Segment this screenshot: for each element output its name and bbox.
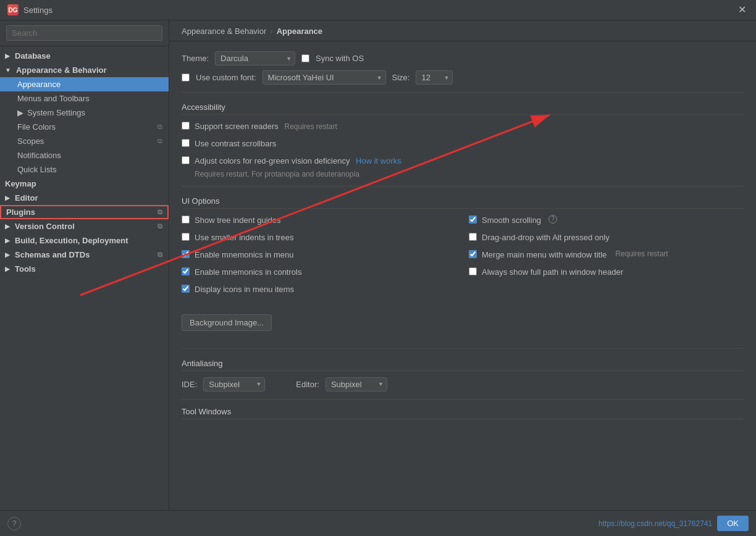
font-size-label: Size: (392, 73, 410, 82)
editor-antialiasing-select[interactable]: Subpixel Greyscale None (326, 377, 387, 392)
custom-font-label: Use custom font: (196, 73, 256, 82)
custom-font-checkbox[interactable] (182, 73, 190, 82)
drag-drop-alt-checkbox[interactable] (469, 233, 477, 241)
use-smaller-indents-checkbox[interactable] (182, 233, 190, 241)
adjust-colors-row: Adjust colors for red-green vision defic… (182, 156, 744, 167)
divider-2 (182, 186, 744, 186)
ide-label: IDE: (182, 380, 197, 389)
sidebar-item-file-colors[interactable]: File Colors ⧉ (0, 120, 169, 134)
use-smaller-indents-label: Use smaller indents in trees (195, 232, 293, 243)
enable-mnemonics-controls-checkbox[interactable] (182, 267, 190, 275)
adjust-colors-label: Adjust colors for red-green vision defic… (195, 156, 350, 165)
tool-windows-title: Tool Windows (182, 407, 744, 419)
ok-button[interactable]: OK (717, 516, 749, 531)
how-it-works-link[interactable]: How it works (356, 156, 401, 165)
show-tree-indent-checkbox[interactable] (182, 216, 190, 224)
search-input[interactable] (6, 25, 162, 41)
help-icon[interactable]: ? (7, 517, 21, 530)
display-icons-row: Display icons in menu items (182, 284, 456, 295)
sidebar-item-schemas-dtds[interactable]: ▶ Schemas and DTDs ⧉ (0, 248, 169, 262)
adjust-colors-sub-note: Requires restart. For protanopia and deu… (195, 170, 744, 178)
sidebar-item-menus-toolbars[interactable]: Menus and Toolbars (0, 91, 169, 106)
font-select[interactable]: Microsoft YaHei UI (262, 70, 386, 85)
theme-row: Theme: Darcula IntelliJ Light High Contr… (182, 51, 744, 65)
editor-label: Editor: (296, 380, 319, 389)
always-show-path-checkbox[interactable] (469, 267, 477, 275)
sidebar-item-label: Build, Execution, Deployment (15, 236, 128, 245)
sidebar-item-version-control[interactable]: ▶ Version Control ⧉ (0, 219, 169, 233)
sidebar: ▶ Database ▼ Appearance & Behavior Appea… (0, 20, 169, 510)
sync-with-os-label: Sync with OS (316, 54, 364, 63)
antialiasing-row: IDE: Subpixel Greyscale None Editor: Sub… (182, 377, 744, 392)
requires-restart-badge: Requires restart (284, 122, 337, 131)
drag-drop-alt-row: Drag-and-drop with Alt pressed only (469, 232, 744, 243)
close-button[interactable]: ✕ (736, 4, 749, 16)
chevron-right-icon: ▶ (17, 108, 23, 117)
divider-4 (182, 399, 744, 400)
theme-select[interactable]: Darcula IntelliJ Light High Contrast (215, 51, 295, 65)
url-display: https://blog.csdn.net/qq_31762741 (598, 519, 712, 528)
sidebar-item-label: Notifications (17, 151, 61, 160)
merge-main-menu-requires-restart: Requires restart (615, 249, 668, 258)
main-content: ▶ Database ▼ Appearance & Behavior Appea… (0, 20, 756, 510)
copy-icon: ⧉ (158, 123, 162, 131)
copy-icon: ⧉ (158, 251, 162, 259)
sidebar-item-database[interactable]: ▶ Database (0, 49, 169, 63)
bottom-right: https://blog.csdn.net/qq_31762741 OK (598, 516, 749, 531)
smooth-scrolling-label: Smooth scrolling (482, 215, 541, 226)
contrast-scrollbars-checkbox[interactable] (182, 139, 190, 147)
breadcrumb-parent: Appearance & Behavior (182, 27, 266, 36)
search-box (0, 20, 169, 46)
adjust-colors-checkbox[interactable] (182, 156, 190, 164)
merge-main-menu-checkbox[interactable] (469, 250, 477, 258)
ui-options-grid: Show tree indent guides Use smaller inde… (182, 215, 744, 302)
sidebar-item-label: Schemas and DTDs (15, 250, 90, 259)
font-size-select[interactable]: 12 11 13 14 (416, 70, 453, 85)
accessibility-title: Accessibility (182, 103, 744, 115)
right-panel: Appearance & Behavior › Appearance Theme… (169, 20, 756, 510)
copy-icon: ⧉ (158, 208, 162, 216)
sidebar-item-editor[interactable]: ▶ Editor (0, 191, 169, 205)
support-screen-readers-checkbox[interactable] (182, 122, 190, 130)
enable-mnemonics-menu-checkbox[interactable] (182, 250, 190, 258)
sidebar-item-tools[interactable]: ▶ Tools (0, 262, 169, 276)
sidebar-item-build-execution[interactable]: ▶ Build, Execution, Deployment (0, 233, 169, 248)
chevron-down-icon: ▼ (5, 67, 11, 73)
sidebar-item-appearance-behavior[interactable]: ▼ Appearance & Behavior (0, 63, 169, 77)
title-bar: DG Settings ✕ (0, 0, 756, 20)
ide-antialiasing-select-wrapper: Subpixel Greyscale None (203, 377, 265, 392)
sidebar-item-label: Appearance (17, 80, 61, 89)
sidebar-items: ▶ Database ▼ Appearance & Behavior Appea… (0, 46, 169, 510)
settings-content: Theme: Darcula IntelliJ Light High Contr… (169, 41, 756, 435)
sidebar-item-keymap[interactable]: Keymap (0, 177, 169, 191)
chevron-right-icon: ▶ (5, 52, 10, 59)
merge-main-menu-label: Merge main menu with window title (482, 249, 607, 261)
custom-font-row: Use custom font: Microsoft YaHei UI Size… (182, 70, 744, 85)
show-tree-indent-label: Show tree indent guides (195, 215, 280, 226)
title-bar-left: DG Settings (7, 4, 52, 15)
divider-1 (182, 92, 744, 93)
sidebar-item-label: Appearance & Behavior (16, 65, 107, 75)
sidebar-item-notifications[interactable]: Notifications (0, 148, 169, 162)
contrast-scrollbars-label: Use contrast scrollbars (195, 138, 276, 149)
background-image-button[interactable]: Background Image... (182, 314, 272, 331)
sync-with-os-checkbox[interactable] (301, 54, 309, 62)
sidebar-item-label: Tools (15, 264, 36, 274)
sidebar-item-appearance[interactable]: Appearance (0, 77, 169, 91)
ide-antialiasing-select[interactable]: Subpixel Greyscale None (203, 377, 265, 392)
smooth-scrolling-row: Smooth scrolling ? (469, 215, 744, 226)
contrast-scrollbars-row: Use contrast scrollbars (182, 138, 744, 149)
smooth-scrolling-help-icon[interactable]: ? (548, 215, 557, 224)
display-icons-checkbox[interactable] (182, 285, 190, 293)
smooth-scrolling-checkbox[interactable] (469, 216, 477, 224)
sidebar-item-quick-lists[interactable]: Quick Lists (0, 162, 169, 177)
sidebar-item-label: Scopes (17, 136, 44, 146)
enable-mnemonics-menu-label: Enable mnemonics in menu (195, 249, 293, 261)
sidebar-item-scopes[interactable]: Scopes ⧉ (0, 134, 169, 148)
sidebar-item-label: Database (15, 51, 51, 61)
sidebar-item-system-settings[interactable]: ▶ System Settings (0, 106, 169, 120)
sidebar-item-plugins[interactable]: Plugins ⧉ (0, 205, 169, 219)
sidebar-item-label: Editor (15, 193, 38, 203)
main-wrapper: ▶ Database ▼ Appearance & Behavior Appea… (0, 20, 756, 510)
ui-options-title: UI Options (182, 196, 744, 209)
